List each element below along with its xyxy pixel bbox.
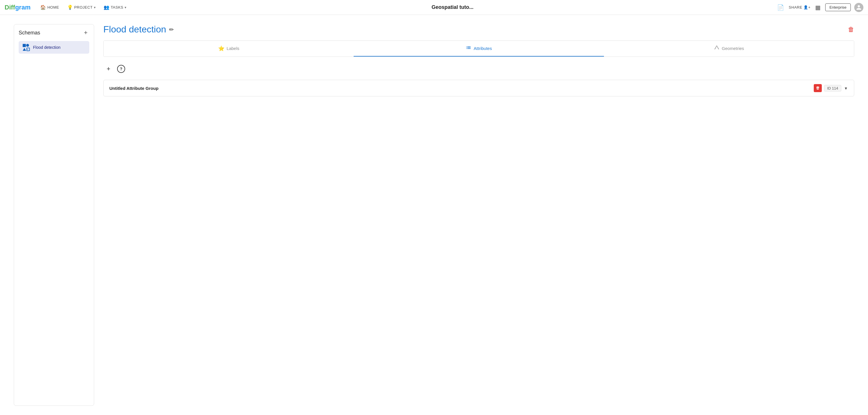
file-icon[interactable]: 📄 bbox=[776, 3, 785, 12]
home-icon: 🏠 bbox=[40, 5, 46, 10]
share-label: SHARE bbox=[789, 5, 802, 9]
nav-home-label: HOME bbox=[48, 5, 59, 9]
delete-attribute-group-button[interactable] bbox=[814, 84, 822, 92]
geometries-icon bbox=[714, 45, 720, 52]
expand-attribute-group-button[interactable]: ▾ bbox=[844, 85, 848, 92]
add-attribute-button[interactable]: + bbox=[103, 64, 114, 74]
enterprise-button[interactable]: Enterprise bbox=[825, 3, 851, 11]
help-button[interactable]: ? bbox=[117, 65, 125, 73]
navbar-right: 📄 SHARE 👤+ ▦ Enterprise bbox=[776, 3, 863, 12]
navbar-center: Geospatial tuto... bbox=[131, 4, 774, 10]
logo-diff: Diff bbox=[5, 4, 15, 11]
attribute-group-id: ID 114 bbox=[824, 85, 841, 92]
main-content: Schemas + + Flood detection Flood detect… bbox=[0, 15, 868, 415]
avatar[interactable] bbox=[854, 3, 863, 12]
attributes-actions: + ? bbox=[103, 64, 854, 74]
attribute-group: Untitled Attribute Group ID 114 ▾ bbox=[103, 80, 854, 96]
nav-project-label: PROJECT bbox=[74, 5, 92, 9]
nav-tasks-label: TASKS bbox=[111, 5, 123, 9]
schema-item-label: Flood detection bbox=[33, 45, 61, 50]
add-person-icon: 👤+ bbox=[803, 5, 811, 9]
schema-name: Flood detection ✏ bbox=[103, 24, 174, 35]
edit-icon[interactable]: ✏ bbox=[169, 26, 174, 33]
attribute-group-name: Untitled Attribute Group bbox=[110, 86, 158, 91]
nav-project[interactable]: 💡 PROJECT ▾ bbox=[64, 3, 98, 12]
tasks-icon: 👥 bbox=[104, 5, 110, 10]
svg-rect-0 bbox=[23, 44, 26, 47]
schemas-title: Schemas bbox=[19, 30, 40, 36]
nav-tasks[interactable]: 👥 TASKS ▾ bbox=[101, 3, 129, 12]
nav-home[interactable]: 🏠 HOME bbox=[37, 3, 62, 12]
logo[interactable]: Diffgram bbox=[5, 4, 30, 11]
attribute-group-right: ID 114 ▾ bbox=[814, 84, 848, 92]
schema-name-text: Flood detection bbox=[103, 24, 166, 35]
tab-labels[interactable]: ⭐ Labels bbox=[104, 41, 353, 57]
svg-text:+: + bbox=[27, 48, 28, 51]
add-schema-button[interactable]: + bbox=[82, 29, 89, 36]
tab-geometries-label: Geometries bbox=[722, 46, 744, 51]
tab-geometries[interactable]: Geometries bbox=[604, 41, 854, 57]
attributes-icon bbox=[466, 45, 471, 52]
tab-labels-label: Labels bbox=[227, 46, 239, 51]
schema-item-flood-detection[interactable]: + Flood detection bbox=[19, 41, 89, 54]
layers-icon[interactable]: ▦ bbox=[814, 3, 822, 12]
schemas-panel: Schemas + + Flood detection bbox=[14, 24, 94, 406]
svg-point-1 bbox=[26, 44, 29, 47]
right-panel: Flood detection ✏ 🗑 ⭐ Labels Attributes bbox=[103, 24, 854, 406]
tab-attributes[interactable]: Attributes bbox=[353, 41, 603, 57]
chevron-down-icon: ▾ bbox=[94, 5, 96, 9]
project-title: Geospatial tuto... bbox=[432, 4, 474, 10]
project-icon: 💡 bbox=[67, 5, 73, 10]
share-button[interactable]: SHARE 👤+ bbox=[789, 5, 811, 9]
schema-name-row: Flood detection ✏ 🗑 bbox=[103, 24, 854, 35]
star-icon: ⭐ bbox=[218, 45, 224, 52]
tab-attributes-label: Attributes bbox=[474, 46, 492, 51]
svg-marker-2 bbox=[23, 48, 26, 51]
navbar: Diffgram 🏠 HOME 💡 PROJECT ▾ 👥 TASKS ▾ Ge… bbox=[0, 0, 868, 15]
chevron-down-icon: ▾ bbox=[125, 5, 127, 9]
schema-item-icon: + bbox=[22, 43, 30, 52]
logo-gram: gram bbox=[15, 4, 31, 11]
tabs-bar: ⭐ Labels Attributes Geometries bbox=[103, 40, 854, 57]
delete-schema-button[interactable]: 🗑 bbox=[848, 26, 854, 33]
schemas-header: Schemas + bbox=[19, 29, 89, 36]
